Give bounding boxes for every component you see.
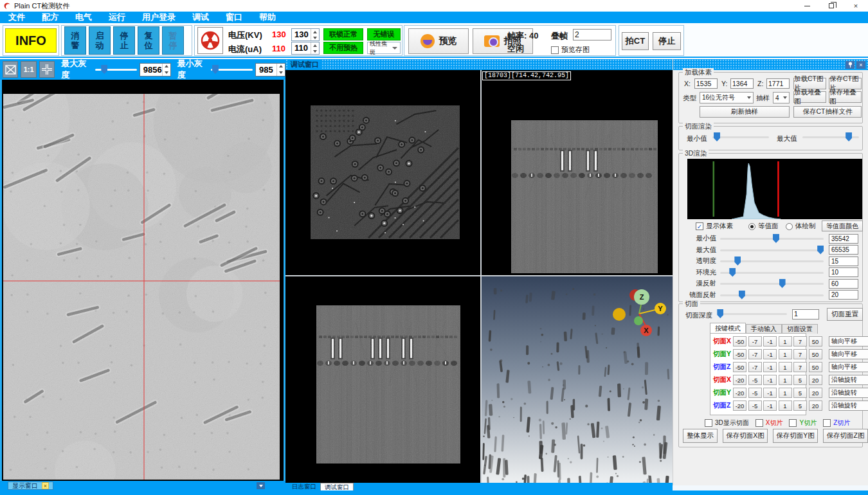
slice-button-3[interactable]: 保存切面Y图 (773, 429, 818, 443)
step-button[interactable]: -50 (733, 362, 746, 372)
slice-button-2[interactable]: 保存切面X图 (723, 429, 768, 443)
save-preview-checkbox[interactable]: 预览存图 (551, 45, 590, 55)
save-ct-sample-button[interactable]: 保存CT抽样文件 (793, 106, 862, 118)
slice-depth-slider[interactable] (718, 309, 787, 318)
slider-value[interactable]: 20 (829, 290, 858, 300)
debug-tab-2[interactable]: 调试窗口 (320, 483, 354, 491)
slice-check-1[interactable]: 3D显示切面 (705, 419, 749, 428)
max-gray-spinbox[interactable]: 9856 (140, 63, 171, 76)
slice-tab-3[interactable]: 切面设置 (782, 324, 818, 334)
step-button[interactable]: -20 (733, 375, 746, 385)
step-button[interactable]: 5 (793, 375, 807, 385)
control-button-2[interactable]: 启 动 (89, 26, 111, 55)
step-button[interactable]: 20 (809, 388, 822, 398)
voxel-type-dropdown[interactable]: 16位无符号 (700, 92, 754, 104)
radiograph-image[interactable] (3, 94, 280, 480)
step-button[interactable]: 5 (793, 388, 807, 398)
slice-mode-dropdown[interactable]: 轴向平移 (829, 336, 868, 346)
slice-mode-dropdown[interactable]: 轴向平移 (829, 362, 868, 372)
slice-depth-value[interactable]: 1 (792, 309, 819, 320)
voxel-z-input[interactable] (766, 78, 790, 89)
slice-check-2[interactable]: X切片 (755, 419, 783, 428)
step-button[interactable]: 50 (809, 336, 822, 346)
min-gray-spinbox[interactable]: 985 (255, 63, 285, 76)
menu-item-6[interactable]: 调试 (184, 12, 217, 23)
step-button[interactable]: -7 (748, 362, 762, 372)
step-button[interactable]: -5 (748, 388, 762, 398)
voltage-spin-arrows[interactable] (311, 29, 319, 40)
menu-item-2[interactable]: 配方 (33, 12, 67, 23)
control-button-5[interactable]: 暂 停 (162, 26, 184, 55)
slice-max-slider[interactable] (802, 132, 859, 141)
max-gray-slider[interactable] (95, 65, 137, 74)
step-button[interactable]: -1 (763, 401, 777, 411)
isosurface-radio[interactable]: 等值面 (748, 222, 779, 231)
slice-mode-dropdown[interactable]: 沿轴旋转 (829, 401, 868, 411)
slider-5[interactable] (720, 279, 824, 288)
gray-histogram[interactable] (687, 159, 862, 219)
control-button-3[interactable]: 停 止 (113, 26, 135, 55)
volume-3d-view[interactable]: ZYX (482, 276, 673, 483)
preview-button[interactable]: 预览 (408, 28, 469, 54)
slice-button-4[interactable]: 保存切面Z图 (823, 429, 868, 443)
step-button[interactable]: -5 (748, 401, 762, 411)
ct-slice-yz-view[interactable] (316, 305, 460, 464)
debug-tab-1[interactable]: 日志窗口 (288, 483, 320, 491)
menu-item-5[interactable]: 用户登录 (134, 12, 184, 23)
step-button[interactable]: -20 (733, 401, 746, 411)
slice-mode-dropdown[interactable]: 沿轴旋转 (829, 375, 868, 385)
tab-overflow-button[interactable] (257, 482, 265, 489)
slice-mode-dropdown[interactable]: 沿轴旋转 (829, 388, 868, 398)
slider-value[interactable]: 15 (829, 256, 858, 266)
restore-button[interactable] (819, 0, 844, 12)
close-button[interactable]: × (844, 0, 868, 12)
step-button[interactable]: 1 (779, 401, 792, 411)
menu-item-7[interactable]: 窗口 (217, 12, 251, 23)
show-voxel-checkbox[interactable]: ✓ 显示体素 (696, 222, 733, 231)
slider-6[interactable] (720, 291, 824, 300)
slider-value[interactable]: 35542 (829, 234, 858, 244)
slider-3[interactable] (720, 256, 824, 266)
crosshair-button[interactable] (39, 61, 55, 78)
radiograph-viewport[interactable] (2, 80, 284, 481)
step-button[interactable]: 7 (793, 349, 807, 359)
step-button[interactable]: -1 (763, 349, 777, 359)
step-button[interactable]: -1 (763, 388, 777, 398)
ct-slice-xy-view[interactable] (311, 105, 460, 239)
step-button[interactable]: -1 (763, 362, 777, 372)
menu-item-8[interactable]: 帮助 (251, 12, 284, 23)
focus-mode-dropdown[interactable]: 线性焦斑 (367, 42, 401, 54)
menu-item-4[interactable]: 运行 (100, 12, 134, 23)
step-button[interactable]: -20 (733, 388, 746, 398)
stop-ct-button[interactable]: 停止 (653, 32, 681, 50)
pin-icon[interactable] (845, 61, 854, 69)
volume-render-radio[interactable]: 体绘制 (786, 222, 816, 231)
step-button[interactable]: 1 (779, 388, 792, 398)
voxel-y-input[interactable] (730, 78, 754, 89)
step-button[interactable]: 20 (809, 375, 822, 385)
save-stack-button[interactable]: 保存堆叠图 (829, 91, 862, 103)
slider-value[interactable]: 65535 (829, 245, 858, 255)
slider-value[interactable]: 60 (829, 279, 858, 289)
slider-1[interactable] (720, 234, 824, 243)
slider-2[interactable] (720, 246, 824, 255)
slice-tab-2[interactable]: 手动输入 (746, 324, 782, 334)
refresh-sample-button[interactable]: 刷新抽样 (700, 106, 790, 118)
slice-min-slider[interactable] (712, 132, 769, 141)
slider-value[interactable]: 10 (829, 267, 858, 277)
one-to-one-button[interactable]: 1:1 (21, 61, 36, 78)
stack-count-input[interactable] (573, 29, 611, 40)
menu-item-1[interactable]: 文件 (0, 12, 33, 23)
step-button[interactable]: 20 (809, 401, 822, 411)
menu-item-3[interactable]: 电气 (67, 12, 100, 23)
radiation-button[interactable] (197, 27, 223, 54)
step-button[interactable]: 1 (779, 336, 792, 346)
slider-4[interactable] (720, 268, 824, 277)
step-button[interactable]: 5 (793, 401, 807, 411)
min-gray-slider[interactable] (211, 65, 253, 74)
slice-check-4[interactable]: Z切片 (823, 419, 850, 428)
step-button[interactable]: -1 (763, 336, 777, 346)
slice-tab-1[interactable]: 按键模式 (710, 323, 746, 334)
fit-view-button[interactable] (3, 61, 18, 78)
iso-color-button[interactable]: 等值面颜色 (822, 221, 863, 231)
